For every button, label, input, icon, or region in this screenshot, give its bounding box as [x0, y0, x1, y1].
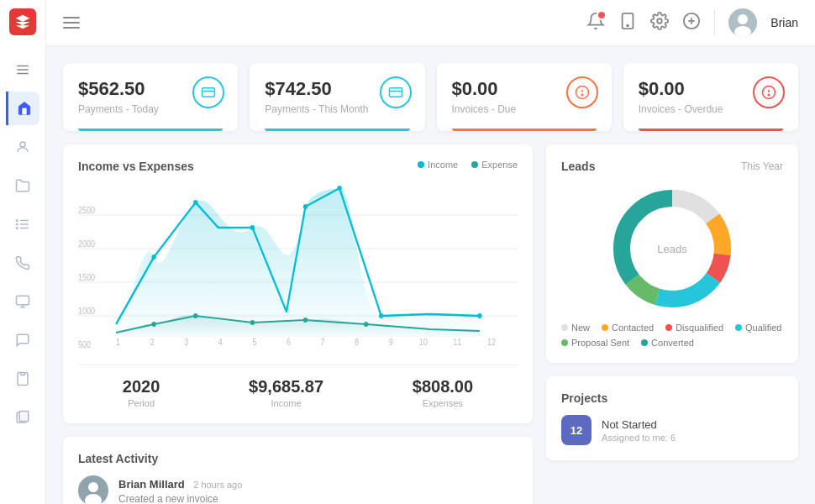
chart-legend: Income Expense — [418, 160, 518, 170]
app-logo — [9, 8, 36, 35]
svg-text:12: 12 — [487, 338, 496, 348]
svg-point-57 — [193, 200, 197, 205]
activity-item: Brian Millard 2 hours ago Created a new … — [78, 475, 518, 504]
sidebar-item-monitor[interactable] — [6, 285, 39, 318]
svg-point-63 — [151, 322, 155, 327]
leads-title: Leads — [561, 160, 595, 173]
svg-point-60 — [337, 186, 341, 191]
leads-donut: Leads — [561, 181, 783, 316]
svg-text:2500: 2500 — [78, 206, 95, 216]
svg-text:6: 6 — [287, 338, 291, 348]
svg-text:Leads: Leads — [657, 243, 687, 255]
svg-point-31 — [581, 94, 583, 96]
project-info: Not Started Assigned to me: 6 — [602, 418, 783, 443]
svg-point-69 — [88, 482, 98, 492]
invoices-overdue-icon — [753, 76, 785, 108]
header: Brian — [46, 0, 815, 46]
chart-card: Income vs Expenses Income Expense — [63, 144, 533, 423]
svg-text:1500: 1500 — [78, 273, 95, 283]
svg-rect-10 — [17, 296, 29, 305]
svg-text:7: 7 — [321, 338, 325, 348]
payments-month-icon — [380, 76, 412, 108]
hamburger-button[interactable] — [63, 17, 80, 29]
svg-point-18 — [658, 18, 663, 24]
activity-user: Brian Millard — [118, 478, 185, 491]
activity-title: Latest Activity — [78, 452, 518, 465]
user-name: Brian — [770, 16, 798, 29]
svg-text:3: 3 — [184, 338, 188, 348]
svg-point-59 — [303, 204, 308, 209]
svg-text:1000: 1000 — [78, 307, 95, 317]
sidebar-item-menu[interactable] — [6, 53, 39, 87]
tablet-icon[interactable] — [618, 12, 637, 34]
svg-text:11: 11 — [453, 338, 461, 348]
payments-today-icon — [192, 76, 224, 108]
main-content: Brian $562.50 Payments - Today $742.50 P… — [46, 0, 815, 504]
activity-time: 2 hours ago — [193, 480, 242, 490]
project-badge: 12 — [561, 415, 592, 445]
legend-new: New — [561, 323, 590, 333]
legend-disqualified: Disqualified — [665, 323, 723, 333]
sidebar-item-clipboard[interactable] — [6, 362, 39, 396]
sidebar-item-files[interactable] — [6, 401, 39, 434]
svg-point-67 — [364, 322, 368, 327]
legend-proposal-sent: Proposal Sent — [561, 338, 629, 348]
projects-title: Projects — [561, 391, 783, 405]
svg-point-66 — [303, 318, 308, 323]
svg-text:2: 2 — [150, 338, 155, 348]
leads-period: This Year — [741, 160, 783, 172]
header-left — [63, 17, 80, 29]
svg-point-58 — [250, 225, 255, 230]
leads-card: Leads This Year — [546, 144, 798, 363]
content-area: $562.50 Payments - Today $742.50 Payment… — [46, 46, 815, 504]
svg-rect-25 — [202, 88, 215, 97]
svg-rect-27 — [389, 88, 402, 97]
activity-text: Created a new invoice — [118, 493, 242, 504]
chart-income: $9,685.87 Income — [249, 377, 323, 408]
activity-avatar — [78, 475, 108, 504]
sidebar-item-list[interactable] — [6, 207, 39, 241]
activity-card: Latest Activity Brian Millard 2 hours ag… — [63, 437, 533, 504]
project-name: Not Started — [602, 418, 783, 431]
svg-text:8: 8 — [355, 338, 359, 348]
chart-stats: 2020 Period $9,685.87 Income $808.00 Exp… — [78, 365, 518, 408]
svg-text:4: 4 — [218, 338, 223, 348]
leads-legend: New Contacted Disqualified Qualifie — [561, 323, 783, 348]
leads-header: Leads This Year — [561, 160, 783, 173]
bottom-row: Income vs Expenses Income Expense — [63, 144, 798, 504]
svg-text:5: 5 — [252, 338, 256, 348]
svg-text:2000: 2000 — [78, 239, 95, 249]
sidebar — [0, 0, 46, 504]
svg-point-7 — [17, 220, 18, 222]
notifications-icon[interactable] — [586, 12, 605, 34]
settings-icon[interactable] — [650, 12, 669, 34]
svg-rect-15 — [19, 412, 29, 422]
svg-point-8 — [17, 223, 18, 225]
chart-expenses: $808.00 Expenses — [413, 377, 473, 408]
sidebar-item-phone[interactable] — [6, 246, 39, 280]
svg-point-62 — [477, 313, 481, 318]
svg-point-65 — [250, 320, 255, 325]
svg-point-9 — [17, 228, 18, 229]
stat-card-invoices-due: $0.00 Invoices - Due — [437, 63, 612, 131]
add-icon[interactable] — [682, 12, 701, 34]
sidebar-item-message[interactable] — [6, 323, 39, 357]
project-item: 12 Not Started Assigned to me: 6 — [561, 415, 783, 445]
svg-text:500: 500 — [78, 340, 91, 349]
svg-point-61 — [379, 313, 383, 318]
sidebar-item-home[interactable] — [6, 92, 39, 125]
stat-cards: $562.50 Payments - Today $742.50 Payment… — [63, 63, 798, 131]
sidebar-item-user[interactable] — [6, 130, 39, 164]
svg-point-34 — [768, 94, 770, 96]
right-column: Leads This Year — [546, 144, 798, 504]
svg-text:9: 9 — [389, 338, 393, 348]
project-sub: Assigned to me: 6 — [602, 433, 783, 443]
stat-card-payments-today: $562.50 Payments - Today — [63, 63, 238, 131]
svg-point-3 — [20, 142, 25, 147]
income-expense-chart: 2500 2000 1500 1000 500 1 2 3 4 5 6 7 8 — [78, 181, 518, 349]
chart-title: Income vs Expenses — [78, 160, 194, 173]
svg-point-17 — [627, 24, 628, 26]
chart-period: 2020 Period — [123, 377, 160, 408]
svg-point-64 — [193, 313, 197, 318]
sidebar-item-folder[interactable] — [6, 169, 39, 202]
